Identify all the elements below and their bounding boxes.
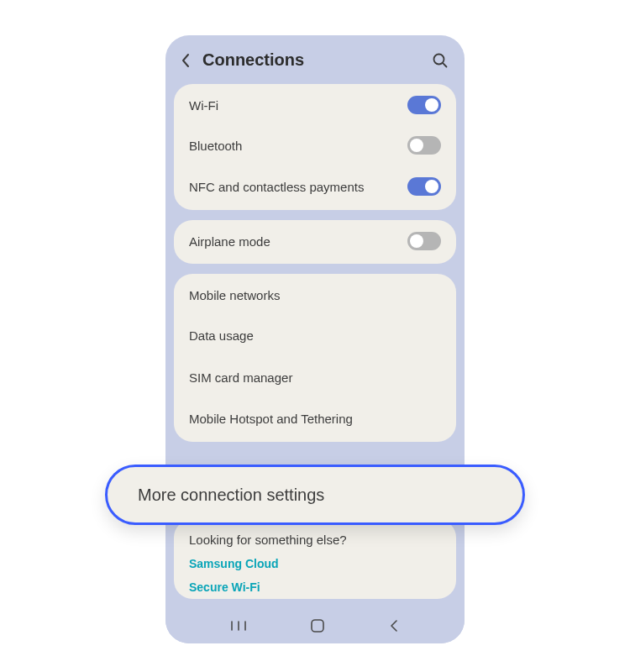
settings-group: Mobile networks Data usage SIM card mana… [174, 274, 456, 442]
toggle-bluetooth[interactable] [407, 136, 441, 155]
settings-item-airplane[interactable]: Airplane mode [174, 220, 456, 264]
settings-item-label: Data usage [189, 328, 254, 343]
settings-item-label: Airplane mode [189, 234, 270, 249]
search-icon[interactable] [431, 51, 449, 70]
settings-item-label: Wi-Fi [189, 98, 218, 113]
toggle-wifi[interactable] [407, 96, 441, 114]
settings-item-wifi[interactable]: Wi-Fi [174, 84, 456, 126]
scroll-area[interactable]: Wi-Fi Bluetooth NFC and contactless paym… [165, 84, 465, 608]
settings-item-more-connection[interactable]: More connection settings [105, 465, 525, 525]
nav-recents-icon[interactable] [230, 620, 247, 632]
footer-link-secure-wifi[interactable]: Secure Wi-Fi [174, 575, 456, 599]
toggle-airplane[interactable] [407, 232, 441, 250]
toggle-nfc[interactable] [407, 177, 441, 196]
svg-rect-5 [312, 620, 323, 632]
nav-back-icon[interactable] [388, 619, 400, 633]
settings-item-mobile-networks[interactable]: Mobile networks [174, 274, 456, 316]
settings-item-bluetooth[interactable]: Bluetooth [174, 126, 456, 168]
settings-item-label: SIM card manager [189, 370, 292, 385]
settings-item-label: NFC and contactless payments [189, 180, 364, 194]
header: Connections [165, 35, 465, 83]
settings-item-nfc[interactable]: NFC and contactless payments [174, 168, 456, 210]
footer-link-samsung-cloud[interactable]: Samsung Cloud [174, 552, 456, 575]
settings-item-label: Mobile networks [189, 288, 280, 302]
nav-home-icon[interactable] [310, 618, 325, 633]
nav-bar [165, 608, 465, 643]
settings-group: Airplane mode [174, 220, 456, 264]
phone-frame: Connections Wi-Fi Bluetooth NFC and cont… [165, 35, 465, 643]
settings-item-hotspot[interactable]: Mobile Hotspot and Tethering [174, 400, 456, 442]
footer-card: Looking for something else? Samsung Clou… [174, 519, 456, 599]
back-icon[interactable] [177, 52, 194, 69]
svg-line-1 [443, 63, 446, 66]
settings-item-label: Bluetooth [189, 139, 242, 153]
page-title: Connections [202, 50, 423, 70]
highlight-label: More connection settings [138, 486, 324, 505]
settings-group: Wi-Fi Bluetooth NFC and contactless paym… [174, 84, 456, 210]
settings-item-label: Mobile Hotspot and Tethering [189, 412, 353, 426]
settings-item-data-usage[interactable]: Data usage [174, 316, 456, 358]
settings-item-sim-manager[interactable]: SIM card manager [174, 358, 456, 400]
